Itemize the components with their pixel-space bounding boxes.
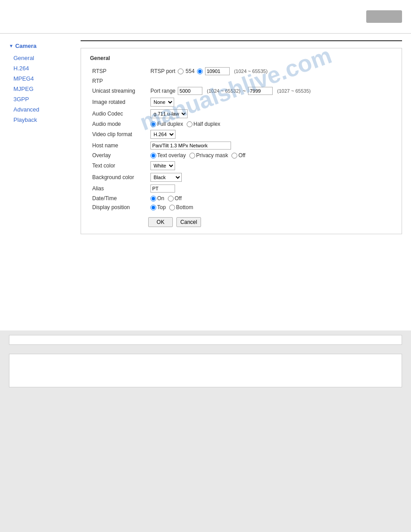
audio-codec-select[interactable]: g.711 u-law xyxy=(150,109,188,118)
audio-mode-label: Audio mode xyxy=(90,120,148,129)
audio-mode-half-label[interactable]: Half duplex xyxy=(187,121,220,127)
row-background-color: Background color Black xyxy=(90,172,393,183)
rtsp-label: RTSP xyxy=(90,66,148,77)
sidebar-item-playback[interactable]: Playback xyxy=(9,115,81,125)
rtsp-radio-custom[interactable] xyxy=(197,69,203,74)
text-color-value: White xyxy=(148,160,393,172)
row-unicast: Unicast streaming Port range (1024 ~ 655… xyxy=(90,86,393,96)
audio-mode-radio-group: Full duplex Half duplex xyxy=(150,121,390,127)
row-rtp: RTP xyxy=(90,77,393,86)
rtsp-port-554: 554 xyxy=(186,68,195,74)
audio-mode-full-label[interactable]: Full duplex xyxy=(150,121,183,127)
image-rotated-value: None xyxy=(148,96,393,108)
rtp-label: RTP xyxy=(90,77,148,86)
row-display-position: Display position Top Bottom xyxy=(90,203,393,212)
sidebar-camera-header: ▼ Camera xyxy=(9,43,81,49)
host-name-input[interactable] xyxy=(150,142,231,150)
display-position-bottom-label[interactable]: Bottom xyxy=(169,204,193,210)
overlay-radio-group: Text overlay Privacy mask Off xyxy=(150,152,390,159)
background-color-label: Background color xyxy=(90,172,148,183)
display-position-top-label[interactable]: Top xyxy=(150,204,166,210)
text-color-label: Text color xyxy=(90,160,148,172)
overlay-text-radio[interactable] xyxy=(150,153,156,159)
overlay-label: Overlay xyxy=(90,151,148,160)
top-bar-button[interactable] xyxy=(366,10,402,23)
spacer xyxy=(81,234,402,324)
row-date-time: Date/Time On Off xyxy=(90,194,393,203)
background-color-value: Black xyxy=(148,172,393,183)
sidebar-camera-label: Camera xyxy=(15,43,37,49)
audio-mode-value: Full duplex Half duplex xyxy=(148,120,393,129)
display-position-top-radio[interactable] xyxy=(150,205,156,210)
bottom-section xyxy=(0,330,411,392)
display-position-top-text: Top xyxy=(157,204,166,210)
overlay-text-label[interactable]: Text overlay xyxy=(150,152,186,159)
bottom-box xyxy=(9,354,402,387)
row-audio-codec: Audio Codec g.711 u-law xyxy=(90,108,393,120)
date-time-on-text: On xyxy=(157,195,164,202)
date-time-label: Date/Time xyxy=(90,194,148,203)
ok-button[interactable]: OK xyxy=(148,217,173,227)
audio-mode-half-text: Half duplex xyxy=(193,121,220,127)
date-time-off-text: Off xyxy=(175,195,182,202)
overlay-privacy-label[interactable]: Privacy mask xyxy=(189,152,228,159)
date-time-off-label[interactable]: Off xyxy=(168,195,182,202)
sidebar-item-mpeg4[interactable]: MPEG4 xyxy=(9,73,81,84)
date-time-on-label[interactable]: On xyxy=(150,195,164,202)
date-time-on-radio[interactable] xyxy=(150,196,156,202)
divider xyxy=(81,40,402,41)
display-position-radio-group: Top Bottom xyxy=(150,204,390,210)
display-position-value: Top Bottom xyxy=(148,203,393,212)
buttons-row: OK Cancel xyxy=(90,217,393,227)
alias-input[interactable] xyxy=(150,184,175,193)
unicast-port-from[interactable] xyxy=(178,87,202,95)
overlay-off-radio[interactable] xyxy=(231,153,237,159)
text-color-select[interactable]: White xyxy=(150,161,175,170)
cancel-button[interactable]: Cancel xyxy=(176,217,201,227)
form-table: RTSP RTSP port 554 (1024 ~ 65535) xyxy=(90,66,393,212)
top-bar xyxy=(0,0,411,34)
video-clip-format-select[interactable]: H.264 xyxy=(150,130,176,139)
unicast-label: Unicast streaming xyxy=(90,86,148,96)
sidebar-item-3gpp[interactable]: 3GPP xyxy=(9,94,81,104)
content-area: manualshlive.com General RTSP RTSP port … xyxy=(81,40,402,324)
host-name-value xyxy=(148,140,393,151)
row-rtsp: RTSP RTSP port 554 (1024 ~ 65535) xyxy=(90,66,393,77)
row-text-color: Text color White xyxy=(90,160,393,172)
unicast-row: Port range (1024 ~ 65532) ~ (1027 ~ 6553… xyxy=(150,87,390,95)
sidebar-item-general[interactable]: General xyxy=(9,53,81,63)
sidebar-item-mjpeg[interactable]: MJPEG xyxy=(9,84,81,94)
page-wrapper: ▼ Camera General H.264 MPEG4 MJPEG 3GPP … xyxy=(0,0,411,532)
overlay-off-text: Off xyxy=(238,152,245,159)
image-rotated-select[interactable]: None xyxy=(150,98,174,107)
overlay-off-label[interactable]: Off xyxy=(231,152,245,159)
audio-codec-label: Audio Codec xyxy=(90,108,148,120)
content-inner: manualshlive.com General RTSP RTSP port … xyxy=(81,48,402,234)
row-overlay: Overlay Text overlay Privacy xyxy=(90,151,393,160)
main-layout: ▼ Camera General H.264 MPEG4 MJPEG 3GPP … xyxy=(0,34,411,330)
sidebar: ▼ Camera General H.264 MPEG4 MJPEG 3GPP … xyxy=(9,40,81,324)
overlay-privacy-text: Privacy mask xyxy=(196,152,228,159)
unicast-port-to[interactable] xyxy=(248,87,273,95)
rtsp-row: RTSP port 554 (1024 ~ 65535) xyxy=(150,67,390,75)
alias-value xyxy=(148,183,393,194)
bottom-bar-1 xyxy=(9,335,402,345)
audio-mode-full-radio[interactable] xyxy=(150,121,156,127)
display-position-label: Display position xyxy=(90,203,148,212)
audio-codec-value: g.711 u-law xyxy=(148,108,393,120)
section-title: General xyxy=(90,55,393,61)
sidebar-item-h264[interactable]: H.264 xyxy=(9,63,81,73)
audio-mode-half-radio[interactable] xyxy=(187,121,193,127)
overlay-value: Text overlay Privacy mask Off xyxy=(148,151,393,160)
overlay-privacy-radio[interactable] xyxy=(189,153,195,159)
rtsp-port-input[interactable] xyxy=(205,67,230,75)
rtsp-range-hint: (1024 ~ 65535) xyxy=(234,69,268,74)
sidebar-item-advanced[interactable]: Advanced xyxy=(9,104,81,115)
audio-mode-full-text: Full duplex xyxy=(157,121,183,127)
background-color-select[interactable]: Black xyxy=(150,173,182,182)
rtsp-radio-554[interactable] xyxy=(178,69,184,74)
date-time-off-radio[interactable] xyxy=(168,196,174,202)
unicast-range-to-hint: (1027 ~ 65535) xyxy=(277,88,311,94)
display-position-bottom-radio[interactable] xyxy=(169,205,175,210)
rtsp-port-label: RTSP port xyxy=(150,68,176,74)
